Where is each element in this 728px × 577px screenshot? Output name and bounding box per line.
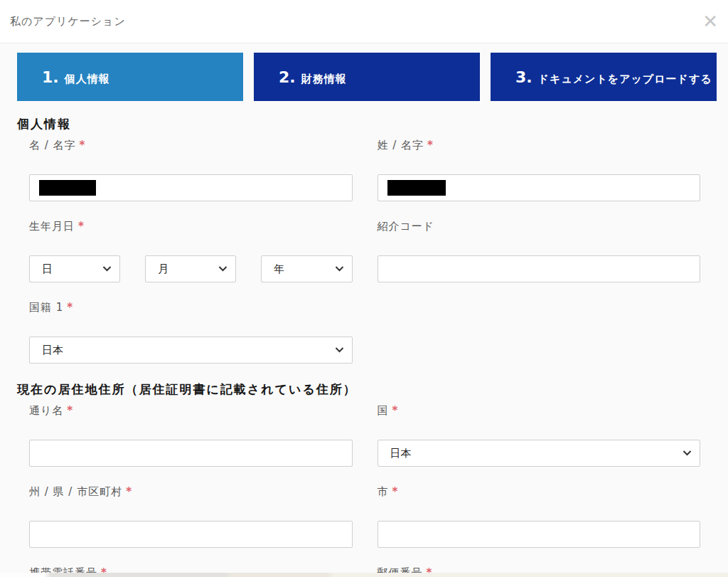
tab-step-3-upload-documents[interactable]: 3. ドキュメントをアップロードする — [491, 53, 717, 101]
required-asterisk: * — [126, 485, 132, 498]
state-province-input-wrap — [29, 521, 353, 548]
required-asterisk: * — [80, 139, 86, 152]
last-name-label: 姓 / 名字* — [378, 138, 701, 152]
required-asterisk: * — [67, 404, 73, 417]
personal-info-heading: 個人情報 — [17, 116, 717, 132]
dob-day-select[interactable]: 日 — [29, 255, 120, 282]
modal-header: 私のアプリケーション ✕ — [0, 0, 728, 43]
field-date-of-birth: 生年月日* 日 月 年 — [29, 219, 353, 282]
country-label-text: 国 — [378, 404, 389, 417]
dob-year-wrap: 年 — [261, 255, 352, 282]
close-icon[interactable]: ✕ — [702, 12, 718, 31]
field-nationality-1: 国籍 1* 日本 — [29, 300, 353, 364]
step-2-text: 2. 財務情報 — [279, 68, 347, 86]
page-bottom-edge — [0, 573, 728, 577]
country-select-wrap: 日本 — [378, 440, 701, 467]
field-country: 国* 日本 — [378, 403, 701, 467]
dob-label-text: 生年月日 — [29, 220, 75, 233]
field-last-name: 姓 / 名字* — [378, 138, 701, 201]
last-name-label-text: 姓 / 名字 — [378, 139, 424, 152]
street-name-input[interactable] — [29, 440, 353, 467]
step-2-number: 2. — [279, 68, 296, 86]
city-input-wrap — [378, 521, 701, 548]
step-1-label: 個人情報 — [65, 73, 110, 86]
street-name-input-wrap — [29, 440, 353, 467]
field-referral-code: 紹介コード — [378, 219, 701, 282]
city-label-text: 市 — [378, 485, 389, 498]
nationality-select[interactable]: 日本 — [29, 337, 353, 364]
street-name-label-text: 通り名 — [29, 404, 63, 417]
step-1-text: 1. 個人情報 — [42, 68, 110, 86]
first-name-label-text: 名 / 名字 — [29, 139, 76, 152]
required-asterisk: * — [427, 139, 434, 152]
application-form: 1. 個人情報 2. 財務情報 3. ドキュメントをアップロードする 個人情報 … — [0, 43, 728, 577]
step-2-label: 財務情報 — [301, 73, 347, 86]
address-fields: 通り名* 国* 日本 州 / 県 / 市区町村* — [17, 403, 717, 577]
required-asterisk: * — [67, 301, 73, 314]
step-3-label: ドキュメントをアップロードする — [538, 73, 712, 86]
country-select[interactable]: 日本 — [378, 440, 701, 467]
referral-code-label-text: 紹介コード — [378, 220, 435, 233]
state-province-label: 州 / 県 / 市区町村* — [29, 485, 353, 499]
required-asterisk: * — [392, 404, 399, 417]
dob-day-wrap: 日 — [29, 255, 120, 282]
redacted-first-name-value — [39, 180, 96, 196]
state-province-input[interactable] — [29, 521, 353, 548]
nationality-select-wrap: 日本 — [29, 337, 353, 364]
referral-code-input-wrap — [378, 255, 701, 282]
modal-title: 私のアプリケーション — [10, 15, 126, 28]
personal-info-fields: 名 / 名字* 姓 / 名字* 生年月日* 日 — [17, 138, 717, 381]
country-label: 国* — [378, 403, 701, 418]
step-1-number: 1. — [42, 68, 59, 86]
first-name-input-wrap — [29, 174, 353, 201]
nationality-label: 国籍 1* — [29, 300, 353, 314]
state-province-label-text: 州 / 県 / 市区町村 — [29, 485, 122, 498]
dob-year-select[interactable]: 年 — [261, 255, 352, 282]
dob-month-wrap: 月 — [145, 255, 236, 282]
tab-step-2-financial-info[interactable]: 2. 財務情報 — [254, 53, 480, 101]
field-state-province: 州 / 県 / 市区町村* — [29, 485, 353, 548]
required-asterisk: * — [392, 485, 399, 498]
dob-selects: 日 月 年 — [29, 255, 353, 282]
referral-code-label: 紹介コード — [378, 219, 701, 233]
field-city: 市* — [378, 485, 701, 548]
nationality-label-text: 国籍 1 — [29, 301, 63, 314]
city-input[interactable] — [378, 521, 701, 548]
city-label: 市* — [378, 485, 701, 499]
first-name-label: 名 / 名字* — [29, 138, 353, 152]
last-name-input-wrap — [378, 174, 701, 201]
redacted-last-name-value — [387, 180, 446, 196]
dob-label: 生年月日* — [29, 219, 353, 233]
field-street-name: 通り名* — [29, 403, 353, 467]
tab-step-1-personal-info[interactable]: 1. 個人情報 — [17, 53, 243, 101]
street-name-label: 通り名* — [29, 403, 353, 418]
step-3-text: 3. ドキュメントをアップロードする — [515, 68, 712, 86]
referral-code-input[interactable] — [378, 255, 701, 282]
dob-month-select[interactable]: 月 — [145, 255, 236, 282]
current-address-heading: 現在の居住地住所（居住証明書に記載されている住所） — [17, 381, 717, 397]
step-3-number: 3. — [515, 68, 532, 86]
required-asterisk: * — [78, 220, 85, 233]
field-first-name: 名 / 名字* — [29, 138, 353, 201]
step-tabs: 1. 個人情報 2. 財務情報 3. ドキュメントをアップロードする — [17, 53, 717, 101]
